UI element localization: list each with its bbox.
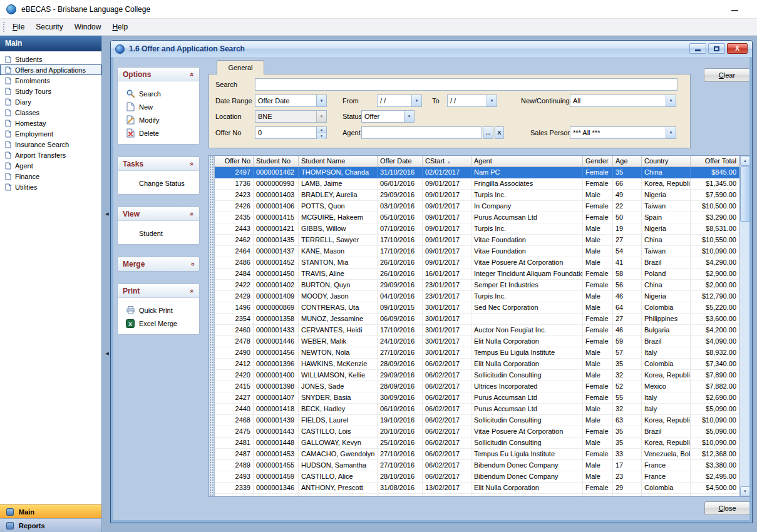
splitter-collapse-arrow-top[interactable]: ◀ <box>104 210 110 218</box>
agent-input[interactable] <box>361 126 482 139</box>
menu-item-security[interactable]: Security <box>30 20 68 34</box>
sidebar-item-employment[interactable]: Employment <box>0 128 101 139</box>
grid-row[interactable]: 24290000001409MOODY, Jason04/10/201623/0… <box>215 291 739 302</box>
grid-row[interactable]: 24640000001437KANE, Mason17/10/201609/01… <box>215 246 739 257</box>
sidebar-item-students[interactable]: Students <box>0 54 101 64</box>
from-date-select[interactable]: / / ▼ <box>377 95 422 107</box>
grid-row[interactable]: 24930000001459CASTILLO, Alice28/10/20160… <box>215 471 739 483</box>
sidebar-item-insurance-search[interactable]: Insurance Search <box>0 139 101 150</box>
grid-row[interactable]: 14960000000869CONTRERAS, Uta09/10/201530… <box>215 302 739 314</box>
column-header-agent[interactable]: Agent <box>471 156 583 166</box>
scrollbar-thumb[interactable] <box>740 166 749 222</box>
nav-group-header-tasks[interactable]: Tasks« <box>118 157 199 171</box>
column-header-student-no[interactable]: Student No <box>254 156 299 166</box>
grid-row[interactable]: 24230000001403BRADLEY, Aurelia29/09/2016… <box>215 190 739 201</box>
nav-group-header-print[interactable]: Print« <box>118 284 199 298</box>
close-button[interactable]: Close <box>704 501 749 515</box>
scrollbar-down-arrow[interactable]: ▼ <box>740 486 749 496</box>
column-header-gender[interactable]: Gender <box>583 156 613 166</box>
grid-row[interactable]: 24270000001407SNYDER, Basia30/09/201606/… <box>215 392 739 404</box>
spin-up-icon[interactable]: ▲ <box>317 127 326 133</box>
nav-item-new[interactable]: New <box>118 100 199 113</box>
column-header-offer-total[interactable]: Offer Total <box>691 156 739 166</box>
grid-row[interactable]: 24900000001456NEWTON, Nola27/10/201630/0… <box>215 347 739 359</box>
grid-row[interactable]: 23390000001346ANTHONY, Prescott31/08/201… <box>215 483 739 494</box>
nav-item-student[interactable]: Student <box>118 227 199 240</box>
grid-row[interactable]: 24600000001433CERVANTES, Heidi17/10/2016… <box>215 325 739 336</box>
column-header-offer-date[interactable]: Offer Date <box>378 156 423 166</box>
column-header-age[interactable]: Age <box>613 156 642 166</box>
sidebar-footer-reports[interactable]: Reports <box>0 518 101 532</box>
chevron-down-icon[interactable]: ▼ <box>316 95 326 106</box>
column-header-student-name[interactable]: Student Name <box>299 156 378 166</box>
nav-group-header-options[interactable]: Options« <box>118 68 199 81</box>
menu-grip-handle[interactable] <box>3 22 4 32</box>
sidebar-item-study-tours[interactable]: Study Tours <box>0 86 101 96</box>
sidebar-item-agent[interactable]: Agent <box>0 160 101 171</box>
window-close-button[interactable]: X <box>727 43 748 54</box>
window-titlebar[interactable]: 1.6 Offer and Application Search X <box>111 41 752 57</box>
nav-item-delete[interactable]: Delete <box>118 126 199 140</box>
nav-item-quick-print[interactable]: Quick Print <box>118 304 199 317</box>
grid-row[interactable]: 24810000001448GALLOWAY, Kevyn25/10/20160… <box>215 437 739 449</box>
chevron-down-icon[interactable]: ▼ <box>411 95 421 106</box>
splitter-collapse-arrow-bottom[interactable]: ◀ <box>104 349 110 358</box>
grid-row[interactable]: 24400000001418BECK, Hadley06/10/201606/0… <box>215 404 739 415</box>
column-header-offer-no[interactable]: Offer No <box>215 156 254 166</box>
search-input[interactable] <box>255 78 677 91</box>
sidebar-item-offers-and-applications[interactable]: Offers and Applications <box>0 64 101 75</box>
grid-row[interactable]: 24200000001400WILLIAMSON, Kellie29/09/20… <box>215 370 739 381</box>
spin-down-icon[interactable]: ▼ <box>317 133 326 139</box>
chevron-down-icon[interactable]: ▼ <box>487 95 497 106</box>
chevron-down-icon[interactable]: ▼ <box>316 111 326 122</box>
sidebar-item-diary[interactable]: Diary <box>0 96 101 107</box>
grid-row[interactable]: 24780000001446WEBER, Malik24/10/201630/0… <box>215 336 739 347</box>
date-range-select[interactable]: Offer Date ▼ <box>255 95 327 107</box>
nav-item-modify[interactable]: Modify <box>118 113 199 126</box>
grid-row[interactable]: 24750000001443CASTILLO, Lois20/10/201606… <box>215 426 739 437</box>
chevron-down-icon[interactable]: ▼ <box>404 111 414 122</box>
sidebar-item-homestay[interactable]: Homestay <box>0 118 101 128</box>
sidebar-item-airport-transfers[interactable]: Airport Transfers <box>0 150 101 160</box>
column-header-cstart[interactable]: CStart▲ <box>423 156 471 166</box>
grid-row[interactable]: 24120000001396HAWKINS, McKenzie28/09/201… <box>215 359 739 370</box>
sidebar-footer-main[interactable]: Main <box>0 504 101 518</box>
grid-row[interactable]: 23540000001358MUNOZ, Jessamine06/09/2016… <box>215 314 739 325</box>
window-minimize-button[interactable] <box>689 43 706 54</box>
clear-button[interactable]: Clear <box>704 68 749 82</box>
nav-group-header-view[interactable]: View« <box>118 207 199 221</box>
nav-item-search[interactable]: Search <box>118 87 199 100</box>
sales-person-select[interactable]: *** All *** ▼ <box>570 126 676 139</box>
offer-no-spinner[interactable]: ▲ ▼ <box>255 126 327 139</box>
grid-row[interactable]: 24350000001415MCGUIRE, Hakeem05/10/20160… <box>215 212 739 223</box>
grid-row[interactable]: 24860000001452STANTON, Mia26/10/201609/0… <box>215 257 739 269</box>
to-date-select[interactable]: / / ▼ <box>447 95 497 107</box>
chevron-down-icon[interactable]: ▼ <box>666 95 676 106</box>
agent-clear-button[interactable]: X <box>495 126 504 139</box>
grid-row[interactable]: 24680000001439FIELDS, Laurel19/10/201606… <box>215 415 739 426</box>
grid-row[interactable]: 17360000000993LAMB, Jaime06/01/201609/01… <box>215 178 739 190</box>
window-restore-button[interactable] <box>708 43 725 54</box>
location-select[interactable]: BNE ▼ <box>255 110 327 123</box>
grid-row[interactable]: 24620000001435TERRELL, Sawyer17/10/20160… <box>215 235 739 246</box>
offer-no-input[interactable] <box>255 127 316 138</box>
new-continuing-select[interactable]: All ▼ <box>570 95 676 107</box>
sidebar-item-classes[interactable]: Classes <box>0 107 101 118</box>
menu-item-window[interactable]: Window <box>69 20 107 34</box>
grid-row[interactable]: 24220000001402BURTON, Quyn29/09/201623/0… <box>215 280 739 291</box>
sidebar-item-utilities[interactable]: Utilities <box>0 182 101 192</box>
grid-row[interactable]: 24150000001398JONES, Sade28/09/201606/02… <box>215 381 739 392</box>
grid-row[interactable]: 24840000001450TRAVIS, Aline26/10/201616/… <box>215 269 739 280</box>
nav-group-header-merge[interactable]: Merge« <box>118 257 199 271</box>
agent-browse-button[interactable]: ... <box>483 126 493 139</box>
scrollbar-up-arrow[interactable]: ▲ <box>740 156 749 166</box>
grid-row[interactable]: 24890000001455HUDSON, Samantha27/10/2016… <box>215 460 739 471</box>
grid-row[interactable]: 24870000001453CAMACHO, Gwendolyn27/10/20… <box>215 449 739 460</box>
menu-item-file[interactable]: File <box>7 20 30 34</box>
grid-row[interactable]: 23840000001371DALE, Jordan16/09/201613/0… <box>215 494 739 496</box>
nav-item-excel-merge[interactable]: XExcel Merge <box>118 317 199 330</box>
app-minimize-button[interactable] <box>727 5 742 15</box>
chevron-down-icon[interactable]: ▼ <box>666 127 676 138</box>
grid-vertical-scrollbar[interactable]: ▲ ▼ <box>739 156 749 496</box>
sidebar-item-finance[interactable]: Finance <box>0 171 101 182</box>
